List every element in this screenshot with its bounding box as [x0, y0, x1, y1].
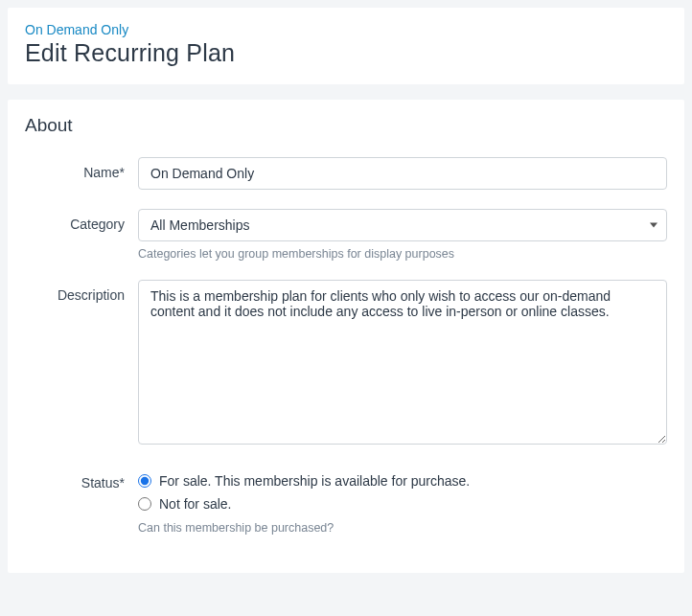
page-title: Edit Recurring Plan	[25, 39, 667, 67]
status-radio-not-for-sale[interactable]	[138, 497, 151, 511]
category-help-text: Categories let you group memberships for…	[138, 247, 667, 261]
section-title-about: About	[25, 115, 667, 136]
about-section: About Name* Category All Memberships Cat…	[8, 100, 684, 573]
form-row-name: Name*	[25, 157, 667, 190]
status-radio-for-sale[interactable]	[138, 474, 151, 488]
form-row-status: Status* For sale. This membership is ava…	[25, 468, 667, 535]
form-row-description: Description	[25, 280, 667, 448]
status-option-for-sale[interactable]: For sale. This membership is available f…	[138, 473, 667, 489]
description-label: Description	[25, 280, 138, 303]
description-textarea[interactable]	[138, 280, 667, 445]
page-header: On Demand Only Edit Recurring Plan	[8, 8, 684, 84]
status-option-not-for-sale[interactable]: Not for sale.	[138, 496, 667, 512]
status-help-text: Can this membership be purchased?	[138, 521, 667, 535]
name-label: Name*	[25, 157, 138, 180]
status-option-label: For sale. This membership is available f…	[159, 473, 470, 489]
plan-breadcrumb-link[interactable]: On Demand Only	[25, 22, 128, 37]
status-radio-group: For sale. This membership is available f…	[138, 468, 667, 512]
status-label: Status*	[25, 468, 138, 491]
form-row-category: Category All Memberships Categories let …	[25, 209, 667, 261]
category-label: Category	[25, 209, 138, 232]
status-option-label: Not for sale.	[159, 496, 231, 512]
name-input[interactable]	[138, 157, 667, 190]
category-select[interactable]: All Memberships	[138, 209, 667, 241]
